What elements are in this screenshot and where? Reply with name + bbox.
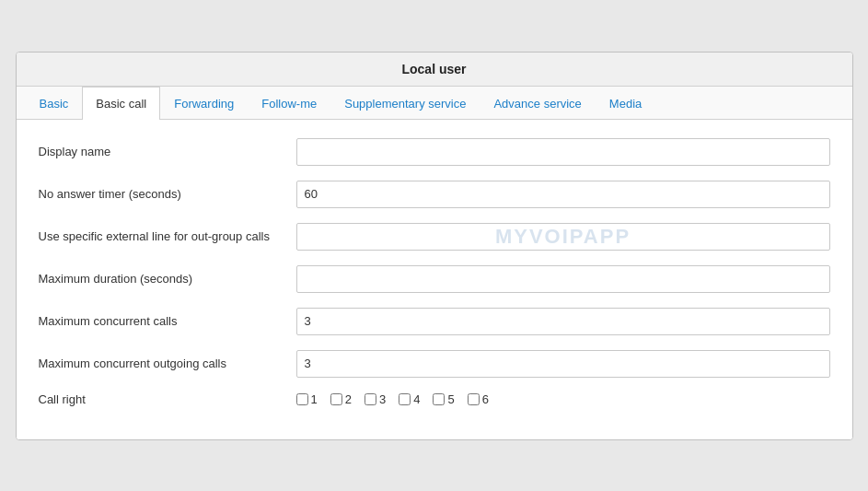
use-specific-line-wrapper: MYVOIPAPP (296, 223, 830, 251)
display-name-label: Display name (39, 145, 296, 158)
max-concurrent-outgoing-row: Maximum concurrent outgoing calls (39, 350, 830, 378)
tab-basic-call[interactable]: Basic call (82, 87, 160, 120)
call-right-checkbox-6[interactable] (468, 393, 480, 405)
form-content: Display name No answer timer (seconds) U… (17, 120, 852, 439)
display-name-input[interactable] (296, 138, 830, 166)
call-right-checkboxes: 1 2 3 4 5 (296, 392, 489, 406)
maximum-duration-label: Maximum duration (seconds) (39, 272, 296, 286)
tab-media[interactable]: Media (596, 87, 655, 120)
max-concurrent-calls-input[interactable] (296, 308, 830, 335)
title-bar: Local user (17, 53, 852, 87)
max-concurrent-outgoing-label: Maximum concurrent outgoing calls (39, 357, 296, 370)
call-right-checkbox-4[interactable] (399, 393, 411, 405)
call-right-item-4[interactable]: 4 (399, 392, 420, 406)
call-right-checkbox-1[interactable] (296, 393, 308, 405)
tab-advance-service[interactable]: Advance service (480, 87, 595, 120)
tab-forwarding[interactable]: Forwarding (160, 87, 248, 120)
no-answer-timer-input[interactable] (296, 181, 830, 208)
call-right-item-6[interactable]: 6 (468, 392, 489, 406)
use-specific-line-input[interactable] (296, 223, 830, 251)
display-name-row: Display name (39, 138, 830, 166)
main-window: Local user Basic Basic call Forwarding F… (16, 52, 853, 440)
max-concurrent-calls-label: Maximum concurrent calls (39, 314, 296, 328)
call-right-item-2[interactable]: 2 (330, 392, 352, 406)
use-specific-line-row: Use specific external line for out-group… (39, 223, 830, 251)
use-specific-line-label: Use specific external line for out-group… (39, 229, 296, 243)
call-right-label: Call right (39, 392, 296, 406)
maximum-duration-row: Maximum duration (seconds) (39, 265, 830, 293)
call-right-checkbox-3[interactable] (365, 393, 376, 405)
no-answer-timer-label: No answer timer (seconds) (39, 187, 296, 201)
tab-follow-me[interactable]: Follow-me (248, 87, 330, 120)
call-right-checkbox-2[interactable] (330, 393, 342, 405)
call-right-item-5[interactable]: 5 (433, 392, 454, 406)
max-concurrent-outgoing-input[interactable] (296, 350, 830, 378)
call-right-row: Call right 1 2 3 4 (39, 392, 830, 406)
window-title: Local user (401, 62, 466, 76)
tab-basic[interactable]: Basic (26, 87, 83, 120)
call-right-item-1[interactable]: 1 (296, 392, 318, 406)
tab-supplementary-service[interactable]: Supplementary service (330, 87, 480, 120)
maximum-duration-input[interactable] (296, 265, 830, 293)
max-concurrent-calls-row: Maximum concurrent calls (39, 308, 830, 335)
no-answer-timer-row: No answer timer (seconds) (39, 181, 830, 208)
call-right-item-3[interactable]: 3 (365, 392, 386, 406)
tab-bar: Basic Basic call Forwarding Follow-me Su… (17, 87, 852, 120)
call-right-checkbox-5[interactable] (433, 393, 445, 405)
